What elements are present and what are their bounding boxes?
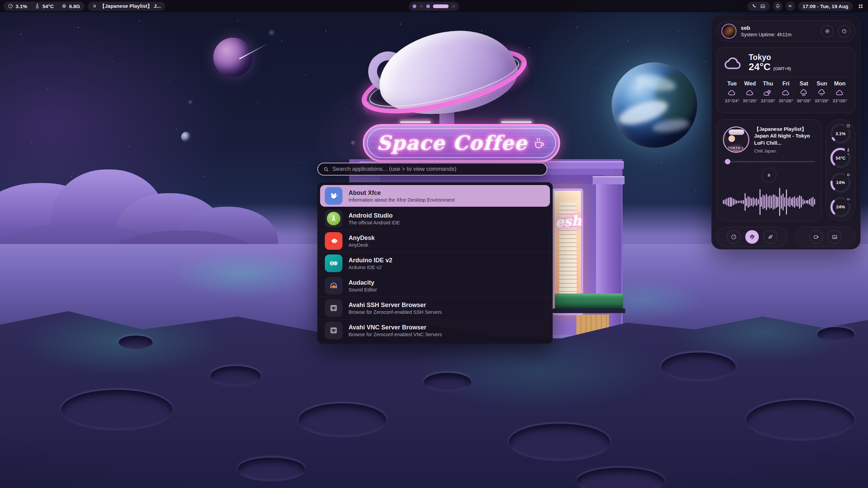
workspace-dot-1[interactable] xyxy=(413,4,416,8)
system-uptime: System Uptime: 4h11m xyxy=(741,32,816,37)
network-port-icon xyxy=(325,299,342,317)
forecast-day: Fri 35°/26° xyxy=(777,80,794,103)
cloud-icon xyxy=(777,89,794,97)
neon-sign-text: Space Coffee xyxy=(377,131,528,155)
app-item-android-studio[interactable]: Android Studio The official Android IDE xyxy=(317,207,553,230)
notifications-bell-button[interactable] xyxy=(773,1,783,11)
play-pause-button[interactable] xyxy=(762,168,776,183)
media-player-card: TOKYO L 【Japanese Playlist】 Japan All Ni… xyxy=(716,119,822,221)
bell-icon xyxy=(775,3,781,9)
wallpaper-window-neon-text: esh xyxy=(552,212,584,230)
user-avatar[interactable] xyxy=(722,24,736,39)
memory-chip-icon xyxy=(845,171,852,179)
image-icon xyxy=(831,234,838,240)
now-playing-pill[interactable]: 【Japanese Playlist】 J... xyxy=(88,2,165,11)
cpu-usage-value: 3.1% xyxy=(16,3,27,9)
seek-bar[interactable] xyxy=(723,159,815,164)
search-bar[interactable] xyxy=(317,163,547,176)
network-port-icon xyxy=(325,322,342,339)
wallpaper-neon-sign: Space Coffee xyxy=(363,124,560,162)
system-stats-pill[interactable]: 3.1% 54°C 6.8G xyxy=(3,2,84,11)
search-input[interactable] xyxy=(332,166,541,172)
workspace-dot-5[interactable] xyxy=(452,4,455,8)
power-profile-group xyxy=(716,227,788,247)
search-results-panel: About Xfce Information about the Xfce De… xyxy=(317,182,553,344)
memory-gauge: 14% xyxy=(830,172,851,193)
album-art[interactable]: TOKYO L xyxy=(723,126,749,153)
power-icon xyxy=(841,28,847,34)
audacity-icon xyxy=(325,277,342,294)
gear-icon xyxy=(824,28,830,34)
volume-button[interactable] xyxy=(786,1,795,11)
cloud-icon xyxy=(831,89,848,97)
control-center-panel: seb System Uptime: 4h11m xyxy=(711,15,861,249)
pause-icon xyxy=(92,4,97,8)
grid-icon xyxy=(858,3,864,9)
top-bar: 3.1% 54°C 6.8G 【Japanese Playlis xyxy=(0,0,868,12)
wallpaper-changer-icon[interactable] xyxy=(760,3,766,9)
arduino-icon xyxy=(325,255,342,272)
temperature-value: 54°C xyxy=(42,3,54,9)
video-camera-icon xyxy=(813,234,820,240)
wallpaper-earth xyxy=(612,62,697,148)
cloud-icon xyxy=(742,89,758,97)
android-studio-icon xyxy=(325,210,342,227)
forecast-day: Sat 36°/26° xyxy=(795,80,812,103)
cpu-gauge: 3.1% xyxy=(830,123,851,144)
speedometer-icon xyxy=(731,234,737,240)
now-playing-label: 【Japanese Playlist】 J... xyxy=(100,3,161,9)
app-item-avahi-vnc[interactable]: Avahi VNC Server Browser Browse for Zero… xyxy=(317,319,553,342)
workspace-dot-4-active[interactable] xyxy=(433,4,449,8)
screenshot-button[interactable] xyxy=(828,230,841,244)
app-subtitle: Information about the Xfce Desktop Envir… xyxy=(349,197,455,203)
memory-value: 6.8G xyxy=(69,3,80,9)
disk-gauge: 24% xyxy=(830,197,851,218)
temperature-gauge: 54°C xyxy=(830,147,851,168)
speaker-icon xyxy=(788,3,793,9)
track-artist: Chill Japan. xyxy=(754,148,815,154)
forecast-day: Wed 35°/25° xyxy=(742,80,758,103)
overview-grid-button[interactable] xyxy=(856,1,865,11)
divider xyxy=(724,77,848,77)
app-item-audacity[interactable]: Audacity Sound Editor xyxy=(317,274,553,297)
tray-pill[interactable] xyxy=(747,2,770,11)
system-gauges-card: 3.1% 54°C xyxy=(826,119,855,221)
cloud-icon xyxy=(724,89,741,97)
balanced-profile-button[interactable] xyxy=(745,230,759,244)
track-title: 【Japanese Playlist】 Japan All Night - To… xyxy=(754,126,815,146)
wallpaper-small-moon xyxy=(181,132,191,142)
phone-icon[interactable] xyxy=(752,3,757,9)
temperature-icon xyxy=(35,3,40,9)
weather-timezone: (GMT+9) xyxy=(773,66,791,71)
workspace-dot-2[interactable] xyxy=(419,4,423,8)
workspace-indicator[interactable] xyxy=(409,2,459,11)
cpu-usage-icon xyxy=(8,3,13,9)
app-item-anydesk[interactable]: AnyDesk AnyDesk xyxy=(317,230,553,252)
app-item-about-xfce[interactable]: About Xfce Information about the Xfce De… xyxy=(320,185,550,207)
forecast-day: Tue 33°/24° xyxy=(724,80,741,103)
disk-icon xyxy=(845,196,852,203)
clock-pill[interactable]: 17:09 - Tue, 19 Aug xyxy=(798,2,853,11)
scales-icon xyxy=(749,234,755,240)
performance-profile-button[interactable] xyxy=(727,230,741,244)
search-icon xyxy=(323,166,329,172)
speedometer-icon xyxy=(845,122,852,129)
seek-handle[interactable] xyxy=(725,159,730,164)
wallpaper-hedge xyxy=(555,293,623,309)
app-item-avahi-ssh[interactable]: Avahi SSH Server Browser Browse for Zero… xyxy=(317,297,553,319)
screen-record-button[interactable] xyxy=(809,230,823,244)
forecast-day: Sun 33°/26° xyxy=(813,80,830,103)
wallpaper-purple-planet xyxy=(213,38,253,77)
user-card: seb System Uptime: 4h11m xyxy=(716,21,855,42)
powersave-profile-button[interactable] xyxy=(764,230,777,244)
drizzle-icon xyxy=(813,89,830,97)
memory-chip-icon xyxy=(61,3,67,9)
app-item-arduino-ide[interactable]: Arduino IDE v2 Arduino IDE v2 xyxy=(317,252,553,274)
weather-city: Tokyo xyxy=(749,53,791,62)
partly-sunny-icon xyxy=(760,89,776,97)
workspace-dot-3[interactable] xyxy=(426,4,430,8)
settings-button[interactable] xyxy=(821,25,833,38)
power-button[interactable] xyxy=(838,25,850,38)
user-name: seb xyxy=(741,25,816,31)
weather-forecast-row: Tue 33°/24° Wed 35°/25° Thu 33°/26° Fri xyxy=(724,80,848,103)
